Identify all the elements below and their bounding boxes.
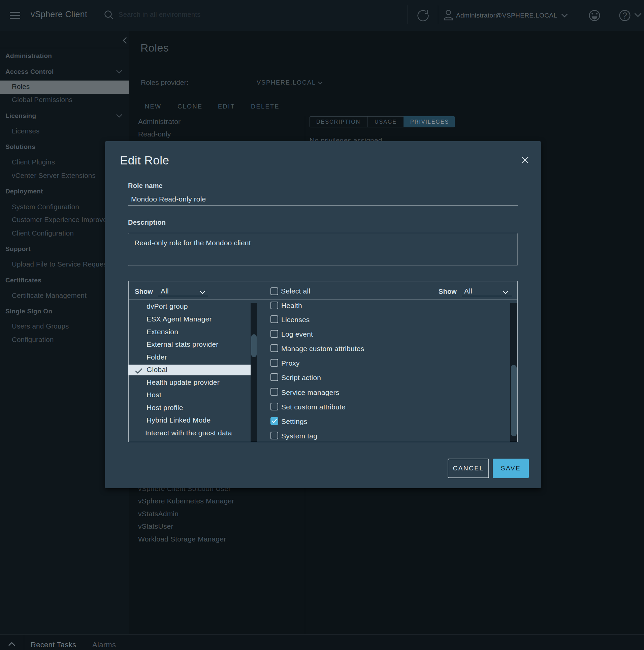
svg-text:?: ? <box>622 11 627 20</box>
